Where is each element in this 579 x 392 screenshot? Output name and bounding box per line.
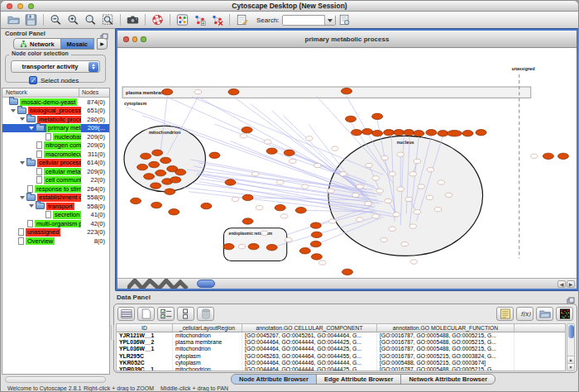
- search-config-icon[interactable]: [337, 13, 352, 27]
- table-column-header[interactable]: annotation.GO CELLULAR_COMPONENT: [242, 324, 377, 332]
- graph-node-small[interactable]: [306, 136, 313, 141]
- graph-node[interactable]: [144, 174, 155, 179]
- graph-node[interactable]: [384, 130, 395, 136]
- tab-edge-attribute-browser[interactable]: Edge Attribute Browser: [316, 374, 401, 385]
- graph-node-small[interactable]: [356, 218, 363, 222]
- tree-row[interactable]: mosaic-demo-yeast874(0): [2, 98, 109, 107]
- scroll-right-icon[interactable]: ▶: [567, 280, 575, 288]
- select-nodes-checkbox[interactable]: ✓: [29, 76, 37, 84]
- trash-icon[interactable]: [197, 307, 214, 321]
- graph-node-small[interactable]: [319, 261, 326, 265]
- graph-node[interactable]: [141, 153, 151, 159]
- graph-node[interactable]: [543, 153, 553, 159]
- table-row[interactable]: YPL036W__2plasma membrane[GO:0044464, GO…: [117, 339, 565, 346]
- graph-node-small[interactable]: [352, 193, 359, 197]
- zoom-actual-icon[interactable]: [83, 13, 98, 27]
- graph-node[interactable]: [372, 131, 383, 136]
- table-vscrollbar[interactable]: ▲ ▼: [567, 323, 575, 371]
- graph-node-small[interactable]: [356, 184, 363, 189]
- tree-column-network[interactable]: Network: [2, 88, 79, 97]
- graph-node[interactable]: [137, 164, 148, 170]
- close-button[interactable]: [7, 3, 12, 9]
- graph-node-small[interactable]: [414, 210, 420, 214]
- graph-node[interactable]: [170, 177, 181, 183]
- graph-node[interactable]: [295, 208, 306, 213]
- disclosure-triangle-icon[interactable]: [29, 127, 34, 130]
- graph-edge[interactable]: [192, 97, 383, 174]
- graph-node[interactable]: [438, 131, 448, 136]
- graph-node[interactable]: [160, 157, 171, 163]
- graph-node-small[interactable]: [329, 219, 336, 223]
- graph-node-small[interactable]: [434, 208, 441, 212]
- checklist-icon[interactable]: [157, 307, 175, 321]
- tab-node-attribute-browser[interactable]: Node Attribute Browser: [231, 374, 317, 385]
- graph-node-small[interactable]: [276, 180, 283, 184]
- tree-row[interactable]: cellular metabol209(0): [2, 167, 109, 176]
- graph-node-small[interactable]: [401, 241, 408, 246]
- graph-node-small[interactable]: [332, 146, 338, 151]
- tab-network-attribute-browser[interactable]: Network Attribute Browser: [400, 374, 495, 385]
- disclosure-triangle-icon[interactable]: [20, 196, 25, 199]
- graph-node-small[interactable]: [328, 189, 334, 193]
- graph-node-small[interactable]: [438, 180, 444, 184]
- tree-row[interactable]: nitrogen compo209(0): [2, 141, 109, 151]
- graph-node-small[interactable]: [418, 184, 424, 189]
- graph-node-small[interactable]: [385, 198, 391, 203]
- graph-node-small[interactable]: [238, 245, 245, 249]
- graph-node-small[interactable]: [372, 214, 379, 218]
- graph-node[interactable]: [209, 152, 220, 158]
- graph-node-small[interactable]: [397, 152, 404, 156]
- graph-node-small[interactable]: [426, 195, 433, 199]
- graph-node-small[interactable]: [366, 163, 372, 167]
- graph-node-small[interactable]: [531, 154, 538, 158]
- graph-node[interactable]: [149, 161, 160, 167]
- float-panel-icon[interactable]: [100, 30, 108, 38]
- graph-node[interactable]: [275, 204, 285, 210]
- disclosure-triangle-icon[interactable]: [20, 117, 25, 121]
- graph-node-small[interactable]: [405, 197, 412, 201]
- graph-node[interactable]: [151, 202, 162, 208]
- graph-node[interactable]: [266, 148, 277, 154]
- graph-node-small[interactable]: [340, 172, 347, 176]
- graph-node[interactable]: [372, 113, 383, 119]
- tree-row[interactable]: macromolecule311(0): [2, 150, 109, 159]
- table-column-header[interactable]: annotation.GO MOLECULAR_FUNCTION: [377, 324, 514, 332]
- network-hscrollbar[interactable]: ◀ ▶: [117, 278, 577, 289]
- graph-node[interactable]: [394, 130, 404, 136]
- tree-column-nodes[interactable]: Nodes: [79, 88, 109, 97]
- graph-node[interactable]: [284, 150, 294, 155]
- graph-node-small[interactable]: [256, 206, 262, 210]
- table-column-header[interactable]: ID: [117, 324, 173, 332]
- graph-node[interactable]: [131, 198, 141, 203]
- graph-node-small[interactable]: [365, 201, 371, 205]
- graph-node[interactable]: [311, 232, 322, 237]
- graph-node[interactable]: [447, 131, 462, 136]
- graph-node[interactable]: [248, 244, 259, 250]
- table-row[interactable]: YLR295Ccytoplasm[GO:0045263, GO:0044464,…: [117, 353, 565, 360]
- table-row[interactable]: YPL036W__1mitochondrion[GO:0044464, GO:0…: [117, 346, 565, 352]
- snapshot-icon[interactable]: [125, 13, 141, 27]
- graph-node[interactable]: [352, 130, 362, 136]
- function-icon[interactable]: f(x): [516, 307, 534, 321]
- graph-node-small[interactable]: [380, 237, 387, 241]
- destroy-network-icon[interactable]: [209, 13, 225, 27]
- graph-node-small[interactable]: [376, 189, 383, 193]
- tree-row[interactable]: unassigned223(0): [2, 228, 109, 237]
- network-window-titlebar[interactable]: primary metabolic process: [117, 31, 577, 48]
- scroll-up-icon[interactable]: ▲: [567, 356, 574, 363]
- graph-node-small[interactable]: [314, 163, 321, 167]
- graph-node[interactable]: [414, 131, 424, 136]
- graph-node[interactable]: [404, 130, 414, 136]
- graph-node[interactable]: [341, 88, 352, 93]
- graph-node-small[interactable]: [389, 172, 395, 176]
- graph-node[interactable]: [152, 150, 163, 155]
- matrix-icon[interactable]: [556, 307, 573, 321]
- disclosure-triangle-icon[interactable]: [11, 109, 16, 112]
- graph-node-small[interactable]: [409, 172, 416, 176]
- graph-node[interactable]: [165, 189, 175, 194]
- hscroll-thumb[interactable]: [197, 280, 215, 288]
- graph-node[interactable]: [223, 244, 234, 250]
- save-session-icon[interactable]: [23, 13, 39, 27]
- zoom-button[interactable]: [28, 3, 34, 9]
- graph-node[interactable]: [310, 241, 321, 246]
